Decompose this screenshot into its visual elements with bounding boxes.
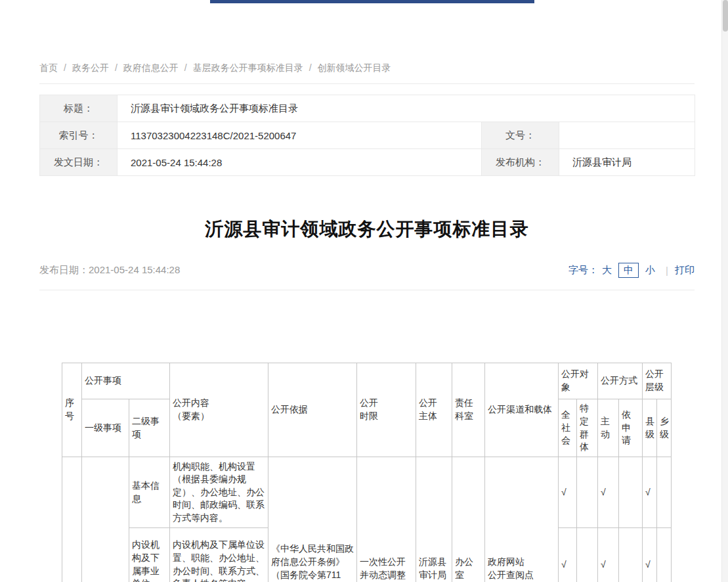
article-meta: 发布日期：2021-05-24 15:44:28 字号： 大 中 小 | 打印 <box>39 263 695 290</box>
doc-number-label: 文号： <box>482 122 559 149</box>
cell-whole-society-check: √ <box>559 457 577 528</box>
cell-channel: 政府网站 公开查阅点 <box>485 457 559 582</box>
page-scrollbar[interactable] <box>721 0 728 582</box>
cell-seq <box>62 457 82 582</box>
header-specific-group: 特定群体 <box>577 399 598 457</box>
header-level2: 二级事项 <box>129 399 170 457</box>
breadcrumb-standard-catalog[interactable]: 基层政务公开事项标准目录 <box>193 62 303 73</box>
cell-level2: 内设机构及下属事业单位 <box>129 528 170 582</box>
index-label: 索引号： <box>40 122 118 149</box>
page-title: 沂源县审计领域政务公开事项标准目录 <box>39 217 695 242</box>
print-button[interactable]: 打印 <box>675 264 695 277</box>
header-audience: 公开对象 <box>559 363 598 399</box>
header-content: 公开内容 （要素） <box>170 363 268 457</box>
header-whole-society: 全社会 <box>559 399 577 457</box>
publish-date: 发布日期：2021-05-24 15:44:28 <box>39 264 180 277</box>
cell-county-check: √ <box>643 457 657 528</box>
header-active: 主动 <box>598 399 619 457</box>
cell-on-request-check <box>619 528 643 582</box>
header-basis: 公开依据 <box>268 363 357 457</box>
publish-date-label: 发布日期： <box>39 264 89 275</box>
cell-whole-society-check: √ <box>559 528 577 582</box>
header-on-request: 依申请 <box>619 399 643 457</box>
issue-date-label: 发文日期： <box>40 149 118 176</box>
tools-divider: | <box>666 265 668 276</box>
cell-township-check <box>657 528 672 582</box>
cell-county-check: √ <box>643 528 657 582</box>
cell-time-limit: 一次性公开 并动态调整 <box>357 457 416 582</box>
cell-active-check: √ <box>598 528 619 582</box>
cell-level1 <box>82 457 129 582</box>
cell-content: 机构职能、机构设置（根据县委编办规定）、办公地址、办公时间、邮政编码、联系方式等… <box>170 457 268 528</box>
cell-active-check: √ <box>598 457 619 528</box>
title-label: 标题： <box>40 95 118 122</box>
issue-date-value: 2021-05-24 15:44:28 <box>118 149 482 176</box>
cell-township-check <box>657 457 672 528</box>
cell-subject: 沂源县审计局 <box>416 457 452 582</box>
index-value: 11370323004223148C/2021-5200647 <box>118 122 482 149</box>
breadcrumb-separator: / <box>184 62 187 73</box>
breadcrumb-gov-info[interactable]: 政府信息公开 <box>123 62 179 73</box>
breadcrumb-innovation-catalog[interactable]: 创新领域公开目录 <box>318 62 391 73</box>
header-county: 县级 <box>643 399 657 457</box>
font-size-medium-button[interactable]: 中 <box>618 263 639 278</box>
breadcrumb-separator: / <box>309 62 312 73</box>
breadcrumb-zhengwu[interactable]: 政务公开 <box>72 62 109 73</box>
cell-on-request-check <box>619 457 643 528</box>
header-level1: 一级事项 <box>82 399 129 457</box>
breadcrumb-home[interactable]: 首页 <box>39 62 58 73</box>
header-township: 乡级 <box>657 399 672 457</box>
doc-number-value <box>559 122 695 149</box>
info-row-date: 发文日期： 2021-05-24 15:44:28 发布机构： 沂源县审计局 <box>40 149 695 176</box>
document-info-table: 标题： 沂源县审计领域政务公开事项标准目录 索引号： 1137032300422… <box>39 95 695 176</box>
header-method: 公开方式 <box>598 363 643 399</box>
disclosure-catalog-table: 序号 公开事项 公开内容 （要素） 公开依据 公开 时限 公开 主体 责任科室 … <box>62 363 672 582</box>
breadcrumb-separator: / <box>64 62 66 73</box>
header-department: 责任科室 <box>452 363 485 457</box>
info-row-title: 标题： 沂源县审计领域政务公开事项标准目录 <box>40 95 695 122</box>
breadcrumb: 首页/政务公开/政府信息公开/基层政务公开事项标准目录/创新领域公开目录 <box>39 62 695 84</box>
top-nav-bar-remnant <box>210 0 534 3</box>
font-size-small-button[interactable]: 小 <box>645 264 655 277</box>
cell-specific-group-check <box>577 528 598 582</box>
header-level: 公开层级 <box>643 363 672 399</box>
cell-content: 内设机构及下属单位设置、职能、办公地址、办公时间、联系方式、负责人姓名等内容。 <box>170 528 268 582</box>
font-size-label: 字号： <box>568 264 598 277</box>
header-seq: 序号 <box>62 363 82 457</box>
header-matters: 公开事项 <box>82 363 170 399</box>
table-header-row-1: 序号 公开事项 公开内容 （要素） 公开依据 公开 时限 公开 主体 责任科室 … <box>62 363 672 399</box>
scrollbar-thumb[interactable] <box>723 0 728 32</box>
cell-basis: 《中华人民共和国政府信息公开条例》（国务院令第711号） <box>268 457 357 582</box>
cell-level2: 基本信息 <box>129 457 170 528</box>
header-channel: 公开渠道和载体 <box>485 363 559 457</box>
header-time-limit: 公开 时限 <box>357 363 416 457</box>
table-row: 基本信息 机构职能、机构设置（根据县委编办规定）、办公地址、办公时间、邮政编码、… <box>62 457 672 528</box>
header-subject: 公开 主体 <box>416 363 452 457</box>
publish-date-value: 2021-05-24 15:44:28 <box>89 264 180 275</box>
agency-label: 发布机构： <box>482 149 559 176</box>
info-row-index: 索引号： 11370323004223148C/2021-5200647 文号： <box>40 122 695 149</box>
agency-value: 沂源县审计局 <box>559 149 695 176</box>
title-value: 沂源县审计领域政务公开事项标准目录 <box>118 95 695 122</box>
article-tools: 字号： 大 中 小 | 打印 <box>568 263 695 278</box>
font-size-large-button[interactable]: 大 <box>602 264 612 277</box>
page-content: 首页/政务公开/政府信息公开/基层政务公开事项标准目录/创新领域公开目录 标题：… <box>39 62 695 582</box>
cell-department: 办公室 <box>452 457 485 582</box>
cell-specific-group-check <box>577 457 598 528</box>
breadcrumb-separator: / <box>115 62 118 73</box>
